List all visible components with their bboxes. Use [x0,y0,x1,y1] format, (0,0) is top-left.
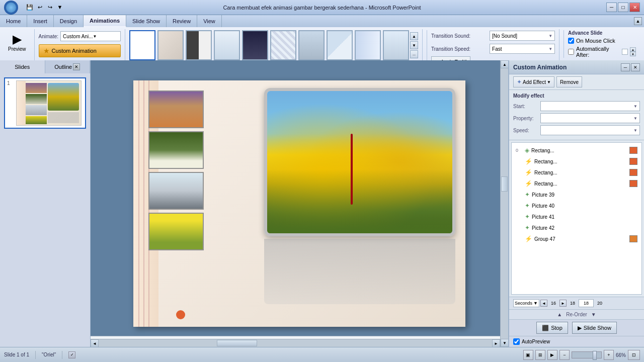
normal-view-button[interactable]: ▣ [523,350,533,360]
animate-dropdown[interactable]: Custom Ani... ▼ [60,31,121,41]
transition-thumb-4[interactable] [242,30,268,60]
tab-animations[interactable]: Animations [84,15,126,27]
ribbon-collapse[interactable]: ▲ [634,17,642,25]
on-mouse-click-checkbox[interactable] [568,38,574,44]
outline-close[interactable]: ✕ [73,63,80,70]
transition-sound-dropdown[interactable]: [No Sound] ▼ [490,31,555,41]
transition-more[interactable]: ⋯ [410,50,418,58]
office-button[interactable] [4,1,18,15]
seconds-label: Seconds [515,301,532,306]
panel-close[interactable]: ✕ [631,63,640,71]
transition-thumb-2[interactable] [186,30,212,60]
reorder-down[interactable]: ▼ [591,312,596,317]
hscroll-track[interactable] [99,339,492,347]
zoom-slider[interactable] [572,351,602,358]
scroll-up[interactable]: ▲ [501,60,509,68]
close-button[interactable]: ✕ [629,3,640,12]
spell-check-icon[interactable]: ✓ [68,351,75,358]
thumb-tulip[interactable] [148,213,204,250]
zoom-out-button[interactable]: − [559,350,570,360]
custom-animation-button[interactable]: ★ Custom Animation [39,44,121,57]
scroll-down[interactable]: ▼ [501,339,509,347]
zoom-thumb[interactable] [593,351,597,360]
slide-thumbnail-1[interactable]: 1 [4,77,86,129]
stop-button[interactable]: ⬛ Stop [536,322,568,334]
time-down[interactable]: ▼ [630,52,636,56]
preview-button[interactable]: ▶ Preview [4,30,30,54]
animation-item-8[interactable]: ⚡Group 47 [514,233,639,244]
zoom-in-button[interactable]: + [604,350,614,360]
scroll-track[interactable] [501,68,508,339]
animation-item-2[interactable]: ⚡Rectang... [514,167,639,178]
timeline-next[interactable]: ► [559,300,567,307]
fit-window-button[interactable]: ⊡ [628,350,640,360]
slide-sorter-button[interactable]: ⊞ [535,350,545,360]
tab-home[interactable]: Home [0,15,27,27]
seconds-dropdown[interactable]: Seconds ▼ [513,299,539,307]
transition-thumb-9[interactable] [383,30,409,60]
save-button[interactable]: 💾 [25,3,34,12]
minimize-button[interactable]: ─ [606,3,617,12]
slideshow-view-button[interactable]: ▶ [547,350,557,360]
panel-expand[interactable]: ─ [621,63,630,71]
preview-icon: ▶ [13,32,22,46]
tab-insert[interactable]: Insert [27,15,54,27]
transition-thumb-0[interactable] [129,30,155,60]
transition-thumb-6[interactable] [298,30,325,60]
scroll-thumb[interactable] [501,176,508,192]
slide-canvas[interactable] [133,80,465,327]
transition-prev[interactable]: ▲ [410,32,418,40]
hscroll-thumb[interactable] [217,340,257,346]
time-up[interactable]: ▲ [630,47,636,52]
time-input[interactable]: 00:00 [622,49,628,55]
hscroll-right[interactable]: ► [492,339,500,347]
tab-review[interactable]: Review [167,15,197,27]
title-bar-left: 💾 ↩ ↪ ▼ [4,1,18,15]
start-dropdown[interactable]: ▼ [540,101,640,111]
slides-tab[interactable]: Slides [0,60,45,73]
tab-design[interactable]: Design [54,15,84,27]
transition-thumb-1[interactable] [157,30,184,60]
transition-next[interactable]: ▼ [410,41,418,49]
animation-item-4[interactable]: ✦Picture 39 [514,189,639,200]
remove-button[interactable]: Remove [556,76,582,87]
timeline-prev[interactable]: ◄ [540,300,547,307]
transition-sound-arrow: ▼ [548,34,552,38]
property-dropdown[interactable]: ▼ [540,113,640,123]
thumb-penguin[interactable] [148,172,204,210]
transition-thumb-5[interactable] [270,30,296,60]
transition-speed-dropdown[interactable]: Fast ▼ [490,44,555,54]
hscroll-left[interactable]: ◄ [91,339,99,347]
speed-dropdown[interactable]: ▼ [540,125,640,135]
main-image-frame[interactable] [264,88,455,236]
anim-color-2 [629,169,637,176]
reorder-up[interactable]: ▲ [557,312,562,317]
tab-view[interactable]: View [197,15,222,27]
maximize-button[interactable]: □ [618,3,628,12]
slide-show-button[interactable]: ▶ Slide Show [572,322,617,334]
add-effect-button[interactable]: ✦ Add Effect ▼ [513,76,554,87]
redo-button[interactable]: ↪ [45,3,54,12]
transition-thumb-8[interactable] [355,30,381,60]
animation-item-3[interactable]: ⚡Rectang... [514,178,639,189]
preview-label: Preview [8,46,26,52]
slide-thumb-penguin [26,105,47,115]
animation-item-0[interactable]: 0◈Rectang... [514,145,639,156]
transition-thumb-7[interactable] [327,30,353,60]
animation-item-5[interactable]: ✦Picture 40 [514,200,639,211]
animation-item-7[interactable]: ✦Picture 42 [514,222,639,233]
add-effect-label: Add Effect [523,79,546,85]
animation-item-6[interactable]: ✦Picture 41 [514,211,639,222]
tab-slideshow[interactable]: Slide Show [126,15,167,27]
customize-quick-access[interactable]: ▼ [55,3,64,12]
animation-item-1[interactable]: ⚡Rectang... [514,156,639,167]
transition-thumb-3[interactable] [214,30,240,60]
thumb-desert[interactable] [148,90,204,128]
autopreview-checkbox[interactable] [513,338,520,345]
transition-nav: ▲ ▼ ⋯ [410,32,418,58]
automatically-after-checkbox[interactable] [568,49,574,55]
outline-tab[interactable]: Outline ✕ [45,60,91,73]
undo-button[interactable]: ↩ [35,3,44,12]
thumb-flower[interactable] [148,131,204,169]
timeline-input[interactable] [579,299,594,307]
